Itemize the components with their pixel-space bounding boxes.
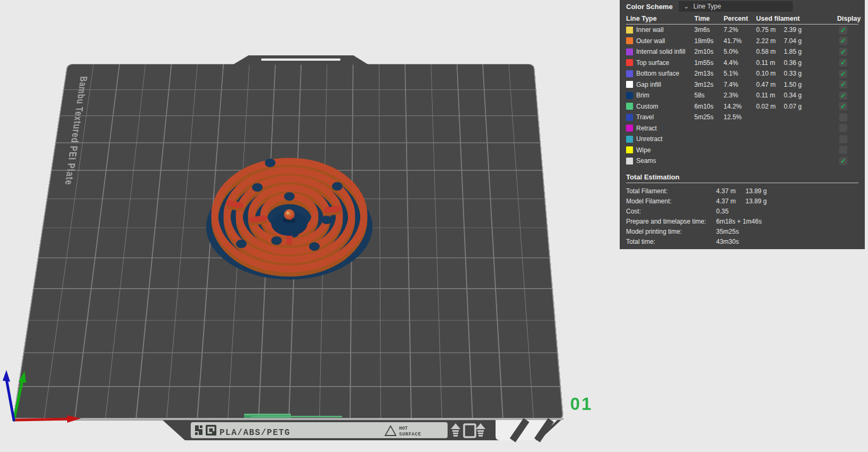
display-checkbox[interactable]: ✓ <box>839 26 847 34</box>
color-swatch <box>626 125 633 132</box>
material-label: PLA/ABS/PETG <box>220 428 290 438</box>
table-row: Brim 58s 2.3% 0.11 m 0.34 g ✓ <box>626 90 858 101</box>
check-icon: ✓ <box>840 70 846 77</box>
color-swatch <box>626 59 633 66</box>
display-checkbox[interactable]: ✓ <box>839 80 847 88</box>
line-type-label: Custom <box>636 103 694 110</box>
table-row: Top surface 1m55s 4.4% 0.11 m 0.36 g ✓ <box>626 57 858 69</box>
color-swatch <box>626 158 633 165</box>
line-type-label: Bottom surface <box>636 70 694 77</box>
y-axis-arrow <box>19 371 26 383</box>
line-type-label: Inner wall <box>636 26 694 34</box>
check-icon: ✓ <box>840 81 846 88</box>
display-checkbox[interactable]: ✓ <box>839 48 847 56</box>
axes-gizmo <box>3 370 81 423</box>
display-checkbox[interactable] <box>839 146 847 154</box>
line-type-label: Wipe <box>636 146 694 154</box>
display-checkbox[interactable]: ✓ <box>839 102 847 110</box>
color-swatch <box>626 92 633 99</box>
surface-label: SURFACE <box>399 432 421 437</box>
chevron-down-icon: ⌄ <box>683 4 689 9</box>
estimation-row: Total time: 43m30s <box>626 237 858 247</box>
plate-code-icon <box>195 425 202 435</box>
check-icon: ✓ <box>840 27 846 34</box>
table-row: Unretract <box>626 134 858 145</box>
display-checkbox[interactable]: ✓ <box>839 70 847 78</box>
line-type-label: Internal solid infill <box>636 48 694 55</box>
color-swatch <box>626 27 633 34</box>
color-swatch <box>626 48 633 55</box>
color-swatch <box>626 114 633 121</box>
table-row: Bottom surface 2m13s 5.1% 0.10 m 0.33 g … <box>626 68 858 79</box>
line-type-label: Travel <box>636 113 694 121</box>
plate-corner-notch <box>496 420 557 440</box>
viewport-overlay: PLA/ABS/PETG HOT SURFACE <box>0 0 618 452</box>
color-swatch <box>626 37 633 44</box>
plate-front-skirt: PLA/ABS/PETG HOT SURFACE <box>13 418 564 440</box>
estimation-row: Total Filament: 4.37 m 13.89 g <box>626 186 858 196</box>
table-row: Custom 6m10s 14.2% 0.02 m 0.07 g ✓ <box>626 101 858 112</box>
maze-model[interactable] <box>206 159 372 280</box>
line-type-label: Unretract <box>636 135 694 143</box>
display-checkbox[interactable]: ✓ <box>839 37 847 45</box>
display-checkbox[interactable] <box>839 135 847 143</box>
check-icon: ✓ <box>840 103 846 110</box>
color-swatch <box>626 136 633 143</box>
table-row: Gap infill 3m12s 7.4% 0.47 m 1.50 g ✓ <box>626 79 858 91</box>
line-type-label: Gap infill <box>636 81 694 88</box>
check-icon: ✓ <box>840 158 846 165</box>
line-type-panel: Color Scheme ⌄ Line Type Line Type Time … <box>620 0 865 249</box>
check-icon: ✓ <box>840 92 846 99</box>
plate-qr-icon <box>206 425 216 435</box>
color-swatch <box>626 81 633 88</box>
line-type-label: Outer wall <box>636 37 694 45</box>
display-checkbox[interactable] <box>839 124 847 132</box>
estimation-row: Model Filament: 4.37 m 13.89 g <box>626 196 858 207</box>
line-type-label: Seams <box>636 157 694 165</box>
check-icon: ✓ <box>840 59 846 66</box>
display-checkbox[interactable]: ✓ <box>839 157 847 165</box>
check-icon: ✓ <box>840 37 846 44</box>
table-row: Outer wall 18m9s 41.7% 2.22 m 7.04 g ✓ <box>626 36 858 47</box>
table-header: Line Type Time Percent Used filament Dis… <box>626 13 858 24</box>
slicer-preview-window: Bambu Textured PEI Plate <box>0 0 868 452</box>
total-estimation-title: Total Estimation <box>626 172 858 183</box>
estimation-row: Cost: 0.35 <box>626 207 858 217</box>
color-scheme-dropdown[interactable]: ⌄ Line Type <box>679 1 793 12</box>
line-type-label: Top surface <box>636 59 694 67</box>
maze-ball <box>284 209 295 220</box>
table-row: Inner wall 3m6s 7.2% 0.75 m 2.39 g ✓ <box>626 24 858 36</box>
color-scheme-label: Color Scheme <box>626 3 672 11</box>
color-swatch <box>626 146 633 153</box>
table-row: Seams ✓ <box>626 155 858 167</box>
display-checkbox[interactable]: ✓ <box>839 92 847 100</box>
check-icon: ✓ <box>840 48 846 55</box>
color-swatch <box>626 70 633 77</box>
line-type-label: Retract <box>636 125 694 132</box>
table-row: Internal solid infill 2m10s 5.0% 0.58 m … <box>626 46 858 57</box>
dropdown-value: Line Type <box>693 3 721 10</box>
x-axis-arrow <box>67 415 81 423</box>
table-row: Travel 5m25s 12.5% <box>626 112 858 123</box>
estimation-row: Model printing time: 35m25s <box>626 227 858 237</box>
table-row: Wipe <box>626 145 858 156</box>
estimation-row: Prepare and timelapse time: 6m18s + 1m46… <box>626 217 858 227</box>
hot-label: HOT <box>399 426 408 431</box>
display-checkbox[interactable] <box>839 113 847 121</box>
color-swatch <box>626 103 633 110</box>
plate-number-label: 01 <box>570 394 593 414</box>
display-checkbox[interactable]: ✓ <box>839 59 847 67</box>
z-axis-arrow <box>3 370 10 382</box>
table-row: Retract <box>626 123 858 134</box>
line-type-label: Brim <box>636 92 694 99</box>
